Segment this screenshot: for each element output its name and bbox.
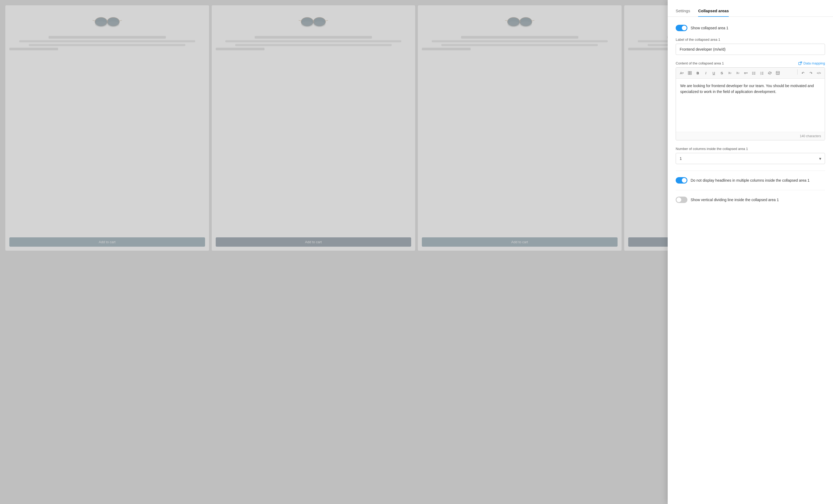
rte-align-btn[interactable]: ≡ ▾ — [742, 69, 749, 77]
modal-content: Show collapsed area 1 Label of the colla… — [668, 17, 833, 217]
slider-vertical-line — [676, 197, 687, 203]
svg-rect-41 — [776, 71, 779, 75]
section-divider-2 — [676, 190, 825, 190]
rte-ordered-list-btn[interactable]: 1. 2. 3. — [758, 69, 765, 77]
rte-redo-btn[interactable]: ↷ — [807, 69, 815, 77]
svg-rect-27 — [688, 73, 690, 75]
rte-link-btn[interactable] — [766, 69, 774, 77]
svg-rect-25 — [688, 71, 690, 73]
rte-grid-btn[interactable] — [686, 69, 693, 77]
toggle-switch-no-headlines[interactable] — [676, 177, 687, 183]
slider-show-area — [676, 25, 687, 31]
rte-table-btn[interactable] — [774, 69, 782, 77]
data-mapping-link[interactable]: Data mapping — [798, 61, 825, 65]
rte-font-size-btn[interactable]: A ▾ — [678, 69, 686, 77]
grid-icon — [688, 71, 692, 75]
external-link-icon — [798, 61, 802, 65]
toggle-no-headlines: Do not display headlines in multiple col… — [676, 177, 825, 183]
content-field-section: Content of the collapsed area 1 Data map… — [676, 61, 825, 141]
rte-footer: 140 characters — [676, 132, 825, 140]
svg-point-33 — [752, 74, 753, 75]
rte-code-btn[interactable]: </> — [815, 69, 823, 77]
toggle-label-show-area: Show collapsed area 1 — [691, 26, 729, 30]
rte-underline-btn[interactable]: U — [710, 69, 717, 77]
ordered-list-icon: 1. 2. 3. — [760, 71, 764, 75]
slider-no-headlines — [676, 177, 687, 183]
unordered-list-icon — [752, 71, 756, 75]
toggle-show-collapsed-area: Show collapsed area 1 — [676, 25, 825, 31]
svg-point-31 — [752, 73, 753, 74]
rte-unordered-list-btn[interactable] — [750, 69, 758, 77]
label-field-input[interactable] — [676, 44, 825, 55]
columns-select-wrapper: 1 2 3 4 ▾ — [676, 153, 825, 164]
rte-right-buttons: ↶ ↷ </> — [796, 69, 823, 77]
data-mapping-label: Data mapping — [803, 61, 825, 65]
rte-undo-btn[interactable]: ↶ — [799, 69, 807, 77]
svg-rect-28 — [690, 73, 691, 75]
rte-body[interactable]: We are looking for frontend developer fo… — [676, 79, 825, 132]
tab-settings[interactable]: Settings — [676, 5, 690, 17]
rte-toolbar: A ▾ B I U — [676, 68, 825, 79]
rte-superscript-btn[interactable]: X2 — [726, 69, 734, 77]
svg-point-29 — [752, 72, 753, 72]
svg-rect-26 — [690, 71, 691, 73]
content-field-label: Content of the collapsed area 1 — [676, 61, 724, 65]
columns-field-section: Number of columns inside the collapsed a… — [676, 147, 825, 164]
rte-bold-btn[interactable]: B — [694, 69, 701, 77]
table-icon — [776, 71, 780, 75]
char-count: 140 characters — [800, 134, 821, 138]
label-field-label: Label of the collapsed area 1 — [676, 37, 825, 42]
page-container: Add to cart Add to — [0, 0, 833, 504]
rich-text-editor: A ▾ B I U — [676, 68, 825, 141]
label-field-section: Label of the collapsed area 1 — [676, 37, 825, 55]
toggle-vertical-line: Show vertical dividing line inside the c… — [676, 197, 825, 203]
columns-select[interactable]: 1 2 3 4 — [676, 153, 825, 164]
toolbar-divider — [797, 69, 798, 75]
rte-strikethrough-btn[interactable]: S — [718, 69, 725, 77]
rte-subscript-btn[interactable]: X2 — [734, 69, 741, 77]
content-label-row: Content of the collapsed area 1 Data map… — [676, 61, 825, 65]
tabs-bar: Settings Collapsed areas — [668, 0, 833, 17]
columns-field-label: Number of columns inside the collapsed a… — [676, 147, 825, 151]
toggle-switch-vertical-line[interactable] — [676, 197, 687, 203]
modal-panel: Settings Collapsed areas Show collapsed … — [668, 0, 833, 504]
tab-collapsed-areas[interactable]: Collapsed areas — [698, 5, 729, 17]
toggle-label-no-headlines: Do not display headlines in multiple col… — [691, 178, 810, 182]
link-icon — [768, 71, 772, 75]
toggle-label-vertical-line: Show vertical dividing line inside the c… — [691, 198, 779, 202]
rte-italic-btn[interactable]: I — [702, 69, 710, 77]
toggle-switch-show-area[interactable] — [676, 25, 687, 31]
svg-text:3.: 3. — [760, 74, 761, 75]
svg-rect-24 — [799, 62, 801, 65]
